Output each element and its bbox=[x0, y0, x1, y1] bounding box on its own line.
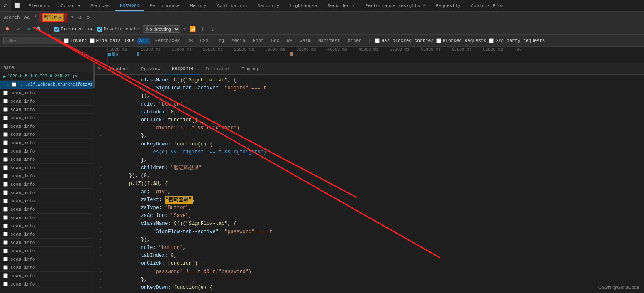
list-item[interactable]: scan_info bbox=[0, 155, 95, 164]
item-checkbox[interactable] bbox=[3, 215, 8, 220]
item-checkbox[interactable] bbox=[3, 224, 8, 228]
tab-headers[interactable]: Headers bbox=[105, 63, 135, 74]
list-item[interactable]: scan_info bbox=[0, 280, 95, 288]
item-checkbox[interactable] bbox=[3, 132, 8, 137]
list-item[interactable]: scan_info bbox=[0, 89, 95, 97]
item-checkbox[interactable] bbox=[3, 190, 8, 195]
item-checkbox[interactable] bbox=[3, 149, 8, 153]
filter-input[interactable] bbox=[3, 37, 61, 44]
item-checkbox[interactable] bbox=[3, 265, 8, 270]
tab-console[interactable]: Console bbox=[56, 0, 85, 11]
third-party-checkbox[interactable]: 3rd-party requests bbox=[489, 38, 545, 43]
list-item[interactable]: scan_info bbox=[0, 205, 95, 214]
item-checkbox[interactable] bbox=[3, 199, 8, 203]
list-item[interactable]: scan_info bbox=[0, 122, 95, 130]
preserve-log-checkbox[interactable]: Preserve log bbox=[54, 27, 94, 32]
filter-wasm[interactable]: Wasm bbox=[298, 38, 313, 44]
item-checkbox[interactable] bbox=[3, 240, 8, 245]
item-checkbox[interactable] bbox=[3, 91, 8, 95]
search-input-container[interactable]: 密码登录 bbox=[39, 13, 67, 22]
filter-other[interactable]: Other bbox=[345, 38, 364, 44]
list-item[interactable]: scan_info bbox=[0, 247, 95, 255]
chunk-checkbox[interactable] bbox=[12, 82, 16, 87]
list-item[interactable]: scan_info bbox=[0, 164, 95, 172]
list-item[interactable]: scan_info bbox=[0, 97, 95, 106]
tab-recorder[interactable]: Recorder ⚡ bbox=[322, 0, 360, 11]
list-item[interactable]: scan_info bbox=[0, 197, 95, 205]
list-item[interactable]: scan_info bbox=[0, 180, 95, 189]
tab-preview[interactable]: Preview bbox=[135, 63, 166, 74]
list-item[interactable]: scan_info bbox=[0, 214, 95, 222]
download-button[interactable]: ↓ bbox=[210, 26, 216, 32]
filter-font[interactable]: Font bbox=[250, 38, 266, 44]
chunk-file-item[interactable]: 1 ...elf.webpack.Chunkheifetz=self.we... bbox=[0, 81, 95, 89]
tab-memory[interactable]: Memory bbox=[185, 0, 212, 11]
tab-inspect-icon[interactable]: ⤢ bbox=[0, 0, 11, 11]
search-refresh-button[interactable]: ↺ bbox=[77, 14, 83, 21]
item-checkbox[interactable] bbox=[3, 249, 8, 253]
search-close-button[interactable]: × bbox=[68, 14, 75, 21]
filter-all[interactable]: All bbox=[137, 38, 150, 44]
hide-data-urls-checkbox[interactable]: Hide data URLs bbox=[90, 38, 134, 43]
list-item[interactable]: scan_info bbox=[0, 114, 95, 122]
hide-data-urls-input[interactable] bbox=[90, 38, 95, 43]
response-content[interactable]: - className: C()("SignFlow-tab", {- "Sig… bbox=[95, 75, 644, 293]
search-stop-button[interactable]: ⊘ bbox=[85, 14, 91, 21]
tab-performance[interactable]: Performance bbox=[144, 0, 185, 11]
tab-response[interactable]: Response bbox=[166, 63, 200, 74]
tab-requestly[interactable]: Requestly bbox=[431, 0, 466, 11]
search-network-button[interactable]: 🔍 bbox=[36, 25, 43, 33]
tab-lighthouse[interactable]: Lighthouse bbox=[285, 0, 322, 11]
detail-close-button[interactable]: × bbox=[97, 65, 101, 73]
item-checkbox[interactable] bbox=[3, 273, 8, 278]
filter-img[interactable]: Img bbox=[213, 38, 227, 44]
has-blocked-input[interactable] bbox=[375, 38, 380, 43]
clear-button[interactable]: ⊘ bbox=[14, 25, 22, 33]
filter-doc[interactable]: Doc bbox=[269, 38, 282, 44]
item-checkbox[interactable] bbox=[3, 232, 8, 236]
item-checkbox[interactable] bbox=[3, 157, 8, 162]
filter-button[interactable]: ⚗ bbox=[25, 25, 32, 33]
blocked-requests-checkbox[interactable]: Blocked Requests bbox=[436, 38, 487, 43]
list-item[interactable]: scan_info bbox=[0, 255, 95, 263]
list-item[interactable]: scan_info bbox=[0, 239, 95, 247]
invert-input[interactable] bbox=[64, 38, 69, 43]
item-checkbox[interactable] bbox=[3, 116, 8, 120]
tab-performance-insights[interactable]: Performance insights ⚡ bbox=[360, 0, 431, 11]
has-blocked-cookies-checkbox[interactable]: Has blocked cookies bbox=[375, 38, 433, 43]
item-checkbox[interactable] bbox=[3, 182, 8, 187]
record-button[interactable]: ⏺ bbox=[3, 25, 11, 33]
blocked-requests-input[interactable] bbox=[436, 38, 441, 43]
tab-application[interactable]: Application bbox=[212, 0, 253, 11]
disable-cache-input[interactable] bbox=[97, 27, 102, 32]
list-item[interactable]: scan_info bbox=[0, 263, 95, 272]
invert-checkbox[interactable]: Invert bbox=[64, 38, 87, 43]
item-checkbox[interactable] bbox=[3, 257, 8, 261]
tab-sources[interactable]: Sources bbox=[85, 0, 115, 11]
preserve-log-input[interactable] bbox=[54, 27, 59, 32]
item-checkbox[interactable] bbox=[3, 207, 8, 212]
filter-fetch-xhr[interactable]: Fetch/XHR bbox=[153, 38, 182, 44]
filter-ws[interactable]: WS bbox=[284, 38, 295, 44]
aa-button[interactable]: Aa bbox=[23, 15, 31, 20]
filename-row[interactable]: ▶ 1020.be5c1d8c797e0c265d27.js bbox=[0, 72, 95, 81]
third-party-input[interactable] bbox=[489, 38, 494, 43]
list-item[interactable]: scan_info bbox=[0, 139, 95, 147]
item-checkbox[interactable] bbox=[3, 107, 8, 112]
filter-manifest[interactable]: Manifest bbox=[316, 38, 343, 44]
item-checkbox[interactable] bbox=[3, 99, 8, 103]
tab-adblock[interactable]: Adblock Plus bbox=[466, 0, 509, 11]
list-item[interactable]: scan_info bbox=[0, 189, 95, 197]
item-checkbox[interactable] bbox=[3, 124, 8, 128]
tab-security[interactable]: Security bbox=[252, 0, 285, 11]
item-checkbox[interactable] bbox=[3, 282, 8, 286]
list-item[interactable]: scan_info bbox=[0, 130, 95, 139]
filter-media[interactable]: Media bbox=[229, 38, 248, 44]
tab-network[interactable]: Network bbox=[115, 0, 144, 11]
tab-device-icon[interactable]: ⬜ bbox=[11, 0, 24, 11]
tab-timing[interactable]: Timing bbox=[236, 63, 264, 74]
disable-cache-checkbox[interactable]: Disable cache bbox=[97, 27, 139, 32]
filter-css[interactable]: CSS bbox=[198, 38, 211, 44]
list-item[interactable]: scan_info bbox=[0, 172, 95, 180]
list-item[interactable]: scan_info bbox=[0, 272, 95, 280]
